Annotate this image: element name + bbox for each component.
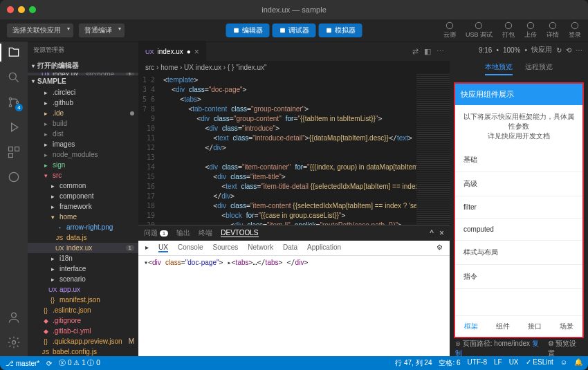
list-item[interactable]: 样式与布局 [455, 241, 582, 265]
tree-item[interactable]: ◆.gitlab-ci.yml [28, 326, 138, 336]
local-preview-tab[interactable]: 本地预览 [485, 62, 513, 75]
details-button[interactable]: 详情 [546, 21, 559, 39]
tree-item[interactable]: ▸common [28, 181, 138, 191]
devtools-body[interactable]: ▾<div class="doc-page"> ▸<tabs>…</tabs> … [138, 256, 450, 356]
source-control-icon[interactable]: 4 [7, 95, 21, 109]
compile-mode-dropdown[interactable]: 普通编译 [79, 24, 125, 37]
tree-item[interactable]: ▸.ide [28, 108, 138, 118]
compare-icon[interactable]: ⇄ [412, 47, 419, 56]
more-icon[interactable]: ⋯ [437, 47, 444, 56]
maximize-window[interactable] [29, 6, 36, 13]
language-status[interactable]: UX [509, 358, 519, 368]
encoding-status[interactable]: UTF-8 [468, 358, 487, 368]
tree-item[interactable]: ◆.gitignore [28, 315, 138, 326]
tree-item[interactable]: ▸build [28, 118, 138, 129]
debug-icon[interactable] [7, 120, 21, 134]
branch-status[interactable]: ⎇ master* [6, 360, 39, 367]
editor-button[interactable]: 编辑器 [226, 24, 270, 37]
devtools-sources[interactable]: Sources [213, 243, 239, 252]
refresh-icon[interactable]: ↻ [556, 46, 562, 54]
tree-item[interactable]: ▸dist [28, 129, 138, 139]
device-tab-interface[interactable]: 接口 [519, 316, 551, 337]
devtools-application[interactable]: Application [307, 243, 341, 252]
tree-item[interactable]: ▸sign [28, 160, 138, 170]
tree-item[interactable]: {}manifest.json [28, 295, 138, 305]
close-window[interactable] [7, 6, 14, 13]
tree-item[interactable]: UXapp.ux [28, 284, 138, 295]
explorer-icon[interactable] [7, 46, 21, 59]
list-item[interactable]: computed [455, 219, 582, 241]
feedback-icon[interactable]: ☺ [560, 358, 567, 368]
sync-status[interactable]: ⟳ [46, 360, 52, 367]
split-icon[interactable]: ◧ [424, 47, 431, 56]
upload-button[interactable]: 上传 [524, 21, 537, 39]
devtools-network[interactable]: Network [248, 243, 273, 252]
editor-tab[interactable]: UX index.ux ● × [138, 41, 206, 61]
tree-item[interactable]: ▸images [28, 139, 138, 149]
close-tab-icon[interactable]: × [194, 47, 199, 57]
cursor-position[interactable]: 行 47, 列 24 [395, 358, 432, 368]
assoc-app-dropdown[interactable]: 选择关联快应用 [7, 24, 73, 37]
panel-close-icon[interactable]: × [439, 228, 444, 238]
problems-status[interactable]: ⓧ 0 ⚠ 1 ⓘ 0 [59, 358, 100, 368]
tree-item[interactable]: UXindex.ux1 [28, 243, 138, 253]
tree-item[interactable]: ▸i18n [28, 253, 138, 263]
cloud-button[interactable]: 云测 [443, 21, 456, 39]
bell-icon[interactable]: 🔔 [574, 358, 582, 368]
output-tab[interactable]: 输出 [176, 228, 190, 238]
extensions-icon[interactable] [7, 145, 21, 159]
pack-button[interactable]: 打包 [502, 21, 515, 39]
code-editor[interactable]: <template> <div class="doc-page"> <tabs>… [159, 74, 416, 225]
tree-item[interactable]: {}.eslintrc.json [28, 305, 138, 315]
eol-status[interactable]: LF [494, 358, 502, 368]
eslint-status[interactable]: ✓ ESLint [526, 358, 553, 368]
device-tab-frame[interactable]: 框架 [455, 316, 487, 337]
list-item[interactable]: 基础 [455, 148, 582, 172]
quickapp-icon[interactable] [7, 170, 21, 184]
debugger-button[interactable]: 调试器 [273, 24, 316, 37]
tree-item[interactable]: ▸.github [28, 98, 138, 108]
login-button[interactable]: 登录 [569, 21, 581, 39]
device-tab-scene[interactable]: 场景 [551, 316, 582, 337]
devtools-settings-icon[interactable]: ⚙ [437, 243, 443, 252]
tree-item[interactable]: ▸interface [28, 263, 138, 274]
simulator-button[interactable]: 模拟器 [319, 24, 362, 37]
usb-button[interactable]: USB 调试 [466, 21, 493, 39]
tree-item[interactable]: ▸component [28, 191, 138, 201]
preview-more-icon[interactable]: ⋯ [576, 46, 582, 54]
indent-status[interactable]: 空格: 6 [439, 358, 460, 368]
settings-icon[interactable] [7, 335, 21, 349]
remote-preview-tab[interactable]: 远程预览 [525, 62, 553, 75]
tree-item[interactable]: JSdata.js [28, 232, 138, 243]
devtools-console[interactable]: Console [178, 243, 203, 252]
tree-item[interactable]: JSbabel.config.js [28, 346, 138, 356]
list-item[interactable]: 高级 [455, 172, 582, 196]
minimize-window[interactable] [18, 6, 25, 13]
devtools-tab[interactable]: DEVTOOLS [221, 229, 258, 237]
list-item[interactable]: 指令 [455, 265, 582, 289]
terminal-tab[interactable]: 终端 [199, 228, 212, 238]
search-icon[interactable] [7, 71, 21, 84]
open-editors-header[interactable]: ▾打开的编辑器 [28, 59, 138, 73]
list-item[interactable]: filter [455, 196, 582, 219]
problems-tab[interactable]: 问题 1 [144, 228, 168, 238]
tree-item[interactable]: ▾src [28, 170, 138, 181]
panel-up-icon[interactable]: ^ [430, 228, 434, 238]
preview-settings[interactable]: ⚙ 预览设置 [548, 339, 582, 356]
devtools-data[interactable]: Data [283, 243, 297, 252]
tree-item[interactable]: ▸.circleci [28, 87, 138, 98]
rotate-icon[interactable]: ⟲ [566, 46, 571, 54]
minimap[interactable] [416, 74, 450, 225]
tree-item[interactable]: ▸scenario [28, 274, 138, 284]
tree-item[interactable]: ▸node_modules [28, 149, 138, 160]
account-icon[interactable] [7, 311, 21, 324]
preview-device[interactable]: 快应用 [531, 45, 552, 55]
breadcrumb[interactable]: src › home › UX index.ux › { } "index.ux… [138, 61, 450, 74]
tree-item[interactable]: ▫arrow-right.png [28, 222, 138, 232]
devtools-ux[interactable]: UX [158, 243, 168, 252]
project-header[interactable]: ▾SAMPLE [28, 75, 138, 87]
device-tab-component[interactable]: 组件 [487, 316, 519, 337]
tree-item[interactable]: ▸framework [28, 201, 138, 212]
devtools-elements-icon[interactable]: ▸ [145, 243, 149, 252]
tree-item[interactable]: {}.quickapp.preview.jsonM [28, 336, 138, 346]
